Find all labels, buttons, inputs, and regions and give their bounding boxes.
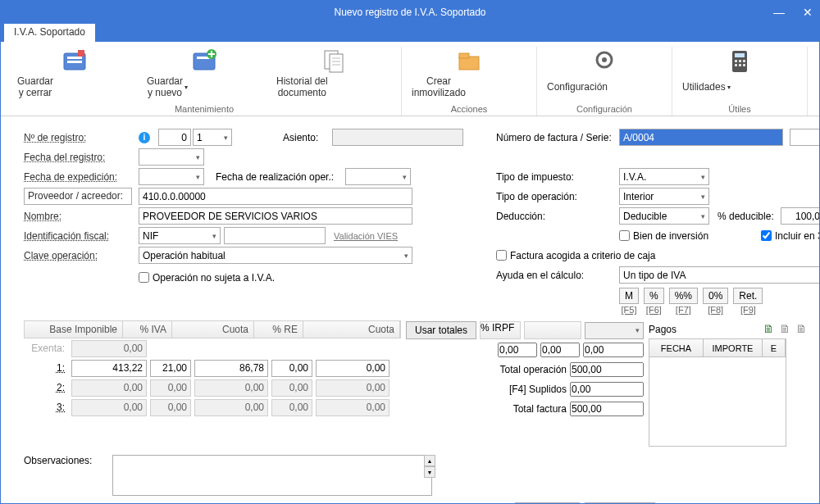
ident-fiscal-label[interactable]: Identificación fiscal: [24,230,139,242]
asiento-field [332,129,463,146]
svg-point-12 [602,57,607,62]
create-asset-button[interactable]: Crear inmovilizado [408,47,530,101]
num-factura-serie-input[interactable] [790,129,820,146]
tipo-operacion-label: Tipo de operación: [496,191,619,202]
total-fac-label: Total factura [468,403,567,415]
add-payment-icon[interactable]: 🗎 [762,322,775,335]
info-icon[interactable]: i [139,132,150,143]
config-button[interactable]: Configuración [544,47,665,101]
deduccion-combo[interactable]: Deducible [619,207,709,225]
row1-iva[interactable] [150,360,191,377]
ribbon: Guardar y cerrar Guardar y nuevo▾ Histor… [1,42,819,116]
svg-rect-2 [67,61,82,63]
title-bar: Nuevo registro de I.V.A. Soportado — ✕ [1,1,819,24]
tipo-impuesto-label: Tipo de impuesto: [496,171,619,183]
save-close-icon [61,48,88,75]
svg-rect-15 [735,60,737,62]
svg-rect-14 [735,53,745,57]
ident-fiscal-input[interactable] [224,227,326,244]
row1-base[interactable] [71,360,147,377]
calculator-icon [727,48,753,75]
nombre-input[interactable] [139,207,412,225]
incluir-347-check[interactable]: Incluir en 347 [761,230,820,242]
vies-link[interactable]: Validación VIES [334,231,398,241]
tab-bar: I.V.A. Soportado [1,24,819,42]
fkey-pctpct-button[interactable]: %% [669,288,698,304]
total-op-label: Total operación [468,364,567,375]
deduccion-label: Deducción: [496,211,619,222]
op-no-sujeta-check[interactable]: Operación no sujeta a I.V.A. [139,272,275,284]
obs-label: Observaciones: [24,455,106,466]
save-new-button[interactable]: Guardar y nuevo▾ [144,47,265,101]
pct-deducible-label: % deducible: [718,211,774,222]
real-date-label: Fecha de realización oper.: [216,171,345,183]
reg-no-input[interactable] [158,129,191,146]
exp-date-label[interactable]: Fecha de expedición: [24,171,139,183]
group-config-label: Configuración [576,104,632,114]
total-fac-value [570,402,644,416]
proveedor-label[interactable]: Proveedor / acreedor: [24,188,132,205]
svg-rect-17 [743,60,745,62]
obs-down-button[interactable]: ▼ [424,466,435,478]
factura-caja-check[interactable]: Factura acogida a criterio de caja [496,250,655,261]
svg-rect-20 [743,64,745,66]
suplidos-label[interactable]: [F4] Suplidos [468,384,567,395]
pct-deducible-input[interactable] [781,207,820,225]
group-actions-label: Acciones [451,104,488,114]
num-factura-label: Número de factura / Serie: [496,132,619,143]
irpf-combo [585,322,644,339]
ident-fiscal-combo[interactable]: NIF [139,227,221,244]
reg-date-label[interactable]: Fecha del registro: [24,152,139,163]
row1-cuota1[interactable] [194,360,268,377]
fkey-m-button[interactable]: M [619,288,639,304]
table-row: 2: [24,378,401,397]
suplidos-value[interactable] [570,382,644,397]
svg-rect-16 [739,60,741,62]
fkey-pct-button[interactable]: % [644,288,664,304]
asiento-label: Asiento: [283,132,332,143]
reg-series-combo[interactable]: 1 [193,129,232,146]
close-button[interactable]: ✕ [800,6,816,19]
reg-no-label[interactable]: Nº de registro: [24,132,139,143]
ayuda-calc-combo[interactable]: Un tipo de IVA [619,266,820,284]
tipo-impuesto-combo[interactable]: I.V.A. [619,168,709,185]
grid-header: Base Imponible % IVA Cuota % RE Cuota [24,320,401,338]
edit-payment-icon[interactable]: 🗎 [778,322,791,335]
save-new-icon [191,48,217,75]
row1-re[interactable] [271,360,312,377]
doc-history-button[interactable]: Historial del documento [273,47,394,101]
table-row: 1: [24,358,401,378]
svg-rect-3 [78,50,84,57]
delete-payment-icon[interactable]: 🗎 [795,322,808,335]
exenta-label: Exenta: [24,343,71,354]
real-date-input[interactable] [345,168,411,185]
svg-rect-8 [330,54,343,72]
clave-combo[interactable]: Operación habitual [139,247,412,264]
clave-label[interactable]: Clave operación: [24,250,139,261]
pagos-label: Pagos [649,324,676,335]
row1-cuota2[interactable] [316,360,390,377]
utilities-button[interactable]: Utilidades▾ [679,47,800,101]
folder-icon [456,48,482,75]
bien-inversion-check[interactable]: Bien de inversión [619,230,708,242]
num-factura-input[interactable] [619,129,783,146]
tab-iva-soportado[interactable]: I.V.A. Soportado [4,24,95,42]
group-maintenance-label: Mantenimiento [175,104,234,114]
save-close-button[interactable]: Guardar y cerrar [14,47,135,101]
exp-date-input[interactable] [139,168,204,185]
payments-body[interactable] [649,357,786,446]
fkey-zero-button[interactable]: 0% [703,288,728,304]
proveedor-input[interactable] [139,188,412,205]
minimize-button[interactable]: — [770,6,788,19]
fkey-ret-button[interactable]: Ret. [733,288,763,304]
svg-rect-18 [735,64,737,66]
use-totals-button[interactable]: Usar totales [406,321,476,339]
exenta-value [71,340,147,357]
payments-table: FECHA IMPORTE E [649,338,786,447]
reg-date-input[interactable] [139,148,204,166]
nombre-label[interactable]: Nombre: [24,211,139,222]
obs-up-button[interactable]: ▲ [424,455,435,466]
tipo-operacion-combo[interactable]: Interior [619,188,709,205]
documents-icon [321,48,347,75]
obs-textarea[interactable] [112,455,432,496]
